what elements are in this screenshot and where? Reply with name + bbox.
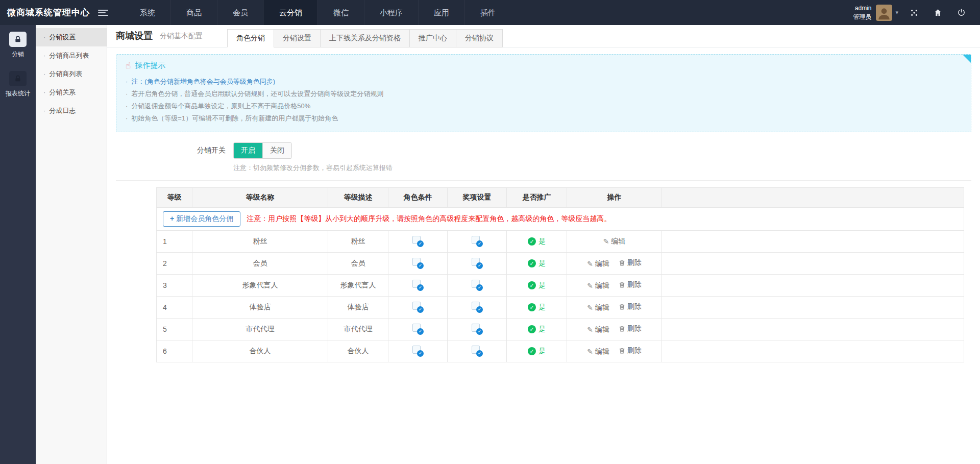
level-order-warning: 注意：用户按照【等级】从小到大的顺序升级，请按照角色的高级程度来配置角色，越高级…	[247, 214, 611, 223]
cell-level: 4	[157, 297, 192, 319]
tab-promotion-center[interactable]: 推广中心	[409, 29, 456, 47]
nav-item-mini-program[interactable]: 小程序	[364, 0, 418, 25]
submenu-item-distributor-list[interactable]: ·分销商列表	[36, 65, 107, 83]
power-icon[interactable]	[949, 8, 973, 17]
tab-role-distribution[interactable]: 角色分销	[227, 29, 274, 47]
bullet: ·	[43, 88, 45, 96]
lock-icon	[9, 71, 27, 86]
switch-control: 开启 关闭 注意：切勿频繁修改分佣参数，容易引起系统运算报错	[233, 142, 393, 173]
trash-icon	[619, 303, 625, 310]
check-circle-icon: ✓	[528, 281, 536, 289]
avatar[interactable]	[876, 5, 892, 21]
nav-item-goods[interactable]: 商品	[170, 0, 217, 25]
checkbox-checked-icon[interactable]: ✓	[472, 346, 482, 356]
user-info[interactable]: admin 管理员	[853, 4, 871, 20]
cell-filler	[662, 231, 964, 253]
trash-icon	[619, 325, 625, 332]
checkbox-checked-icon[interactable]: ✓	[472, 280, 482, 290]
edit-label: 编辑	[595, 347, 609, 356]
check-badge-icon: ✓	[476, 350, 483, 357]
add-role-button[interactable]: +新增会员角色分佣	[163, 211, 240, 227]
tip-line: ·注：(角色分销新增角色将会与会员等级角色同步)	[126, 76, 962, 88]
edit-link[interactable]: ✎编辑	[587, 259, 609, 268]
cell-role-condition: ✓	[388, 253, 448, 275]
check-badge-icon: ✓	[417, 262, 424, 269]
cell-level-desc: 合伙人	[328, 340, 388, 362]
cell-role-condition: ✓	[388, 275, 448, 297]
table-row: 6合伙人合伙人✓✓✓是✎编辑删除	[157, 340, 964, 362]
checkbox-checked-icon[interactable]: ✓	[472, 302, 482, 312]
cell-filler	[662, 253, 964, 275]
check-badge-icon: ✓	[476, 284, 483, 291]
check-badge-icon: ✓	[476, 262, 483, 269]
tip-text: 注：(角色分销新增角色将会与会员等级角色同步)	[131, 78, 275, 85]
checkbox-checked-icon[interactable]: ✓	[472, 236, 482, 246]
nav-item-wechat[interactable]: 微信	[317, 0, 364, 25]
column-header: 等级	[157, 188, 192, 208]
apps-icon[interactable]	[902, 9, 926, 17]
nav-item-plugins[interactable]: 插件	[464, 0, 511, 25]
delete-link[interactable]: 删除	[619, 258, 642, 267]
edit-link[interactable]: ✎编辑	[603, 237, 626, 246]
check-badge-icon: ✓	[417, 306, 424, 313]
submenu-item-distribution-relations[interactable]: ·分销关系	[36, 83, 107, 102]
delete-link[interactable]: 删除	[619, 346, 642, 355]
tab-distribution-agreement[interactable]: 分销协议	[456, 29, 503, 47]
cell-actions: ✎编辑删除	[567, 319, 662, 340]
edit-link[interactable]: ✎编辑	[587, 325, 609, 334]
nav-item-system[interactable]: 系统	[125, 0, 170, 25]
app-title: 微商城系统管理中心	[0, 7, 98, 18]
edit-label: 编辑	[595, 259, 609, 268]
distribution-switch-row: 分销开关 开启 关闭 注意：切勿频繁修改分佣参数，容易引起系统运算报错	[116, 142, 971, 173]
nav-item-apps[interactable]: 应用	[418, 0, 464, 25]
cell-actions: ✎编辑删除	[567, 275, 662, 297]
submenu-item-commission-log[interactable]: ·分成日志	[36, 102, 107, 120]
chevron-down-icon[interactable]: ▾	[895, 9, 898, 16]
checkbox-checked-icon[interactable]: ✓	[412, 258, 423, 268]
switch-on-button[interactable]: 开启	[234, 143, 262, 158]
checkbox-checked-icon[interactable]: ✓	[412, 346, 423, 356]
checkbox-checked-icon[interactable]: ✓	[412, 236, 423, 246]
primary-sidebar: 分销报表统计	[0, 25, 36, 464]
delete-link[interactable]: 删除	[619, 324, 642, 333]
sidebar-item-report-stats[interactable]: 报表统计	[0, 64, 36, 104]
checkbox-checked-icon[interactable]: ✓	[412, 280, 423, 290]
promote-yes-label: 是	[538, 303, 546, 312]
promote-yes-label: 是	[538, 347, 546, 356]
promote-yes-label: 是	[538, 325, 546, 334]
edit-link[interactable]: ✎编辑	[587, 281, 609, 290]
delete-label: 删除	[627, 302, 642, 311]
tip-line: ·分销返佣金额每个商品单独设定，原则上不高于商品价格50%	[126, 100, 962, 112]
check-badge-icon: ✓	[417, 350, 424, 357]
checkbox-checked-icon[interactable]: ✓	[472, 258, 482, 268]
submenu-item-distribution-goods-list[interactable]: ·分销商品列表	[36, 46, 107, 65]
column-header-filler	[662, 188, 964, 208]
sidebar-item-distribution[interactable]: 分销	[0, 25, 36, 64]
table-row: 4体验店体验店✓✓✓是✎编辑删除	[157, 297, 964, 319]
page-subtitle: 分销基本配置	[160, 32, 203, 41]
tab-distribution-setting[interactable]: 分销设置	[274, 29, 321, 47]
menu-toggle-icon[interactable]	[98, 10, 108, 16]
tip-text: 若开启角色分销，普通会员启用默认分销规则，还可以去设置分销商等级设定分销规则	[131, 90, 383, 97]
delete-link[interactable]: 删除	[619, 302, 642, 311]
home-icon[interactable]	[926, 8, 949, 17]
nav-item-member[interactable]: 会员	[217, 0, 263, 25]
column-header: 是否推广	[507, 188, 567, 208]
switch-toggle: 开启 关闭	[233, 142, 292, 159]
check-badge-icon: ✓	[476, 306, 483, 313]
cell-filler	[662, 275, 964, 297]
submenu-item-distribution-settings[interactable]: ·分销设置	[36, 28, 107, 46]
edit-link[interactable]: ✎编辑	[587, 347, 609, 356]
checkbox-checked-icon[interactable]: ✓	[472, 324, 482, 334]
nav-item-cloud-distribution[interactable]: 云分销	[263, 0, 317, 25]
edit-link[interactable]: ✎编辑	[587, 303, 609, 312]
delete-link[interactable]: 删除	[619, 280, 642, 289]
pencil-icon: ✎	[587, 260, 593, 268]
trash-icon	[619, 347, 625, 354]
checkbox-checked-icon[interactable]: ✓	[412, 324, 423, 334]
tab-updownline-qualification[interactable]: 上下线关系及分销资格	[320, 29, 410, 47]
corner-fold-icon	[963, 55, 971, 63]
switch-off-button[interactable]: 关闭	[262, 143, 291, 158]
sidebar-item-label: 分销	[0, 50, 36, 59]
checkbox-checked-icon[interactable]: ✓	[412, 302, 423, 312]
